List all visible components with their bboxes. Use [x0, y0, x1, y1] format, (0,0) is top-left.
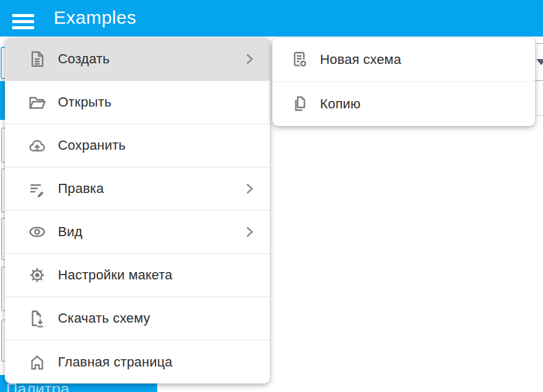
app-title: Examples	[54, 0, 137, 37]
home-icon	[27, 352, 47, 372]
edit-icon	[27, 179, 47, 198]
dropdown-arrow-icon	[536, 59, 543, 65]
menu-item-open[interactable]: Открыть	[5, 81, 270, 124]
menu-item-label: Правка	[58, 181, 104, 197]
menu-item-label: Настройки макета	[58, 267, 172, 283]
document-add-icon	[289, 50, 309, 69]
eye-icon	[27, 222, 47, 242]
menu-icon[interactable]	[12, 14, 34, 29]
menu-item-create[interactable]: Создать	[5, 38, 270, 81]
menu-item-home-page[interactable]: Главная страница	[5, 340, 270, 383]
menu-item-label: Скачать схему	[58, 310, 151, 326]
submenu-item-new-scheme[interactable]: Новая схема	[272, 38, 535, 82]
chevron-right-icon	[245, 226, 254, 238]
menu-item-label: Открыть	[58, 94, 112, 110]
chevron-right-icon	[245, 53, 254, 65]
app-header: Examples	[0, 0, 543, 37]
app-screen: Палитра Examples Создать Открыть	[0, 0, 543, 392]
gear-icon	[27, 265, 47, 285]
menu-item-label: Сохранить	[58, 138, 126, 153]
menu-item-edit[interactable]: Правка	[5, 167, 270, 211]
submenu-item-label: Новая схема	[320, 52, 401, 68]
folder-open-icon	[27, 93, 47, 112]
cloud-upload-icon	[27, 136, 47, 155]
document-download-icon	[27, 309, 47, 328]
menu-item-view[interactable]: Вид	[5, 211, 270, 254]
menu-item-download-scheme[interactable]: Скачать схему	[5, 297, 270, 340]
copy-icon	[289, 94, 309, 114]
create-submenu: Новая схема Копию	[272, 38, 535, 126]
menu-item-label: Вид	[58, 224, 82, 240]
main-menu: Создать Открыть Сохранить Прав	[5, 38, 270, 383]
document-icon	[27, 49, 47, 69]
menu-item-label: Создать	[58, 51, 110, 67]
submenu-item-copy[interactable]: Копию	[272, 82, 535, 126]
menu-item-save[interactable]: Сохранить	[5, 124, 270, 167]
submenu-item-label: Копию	[320, 96, 361, 112]
menu-item-layout-settings[interactable]: Настройки макета	[5, 254, 270, 297]
chevron-right-icon	[245, 183, 254, 195]
menu-item-label: Главная страница	[58, 354, 172, 370]
